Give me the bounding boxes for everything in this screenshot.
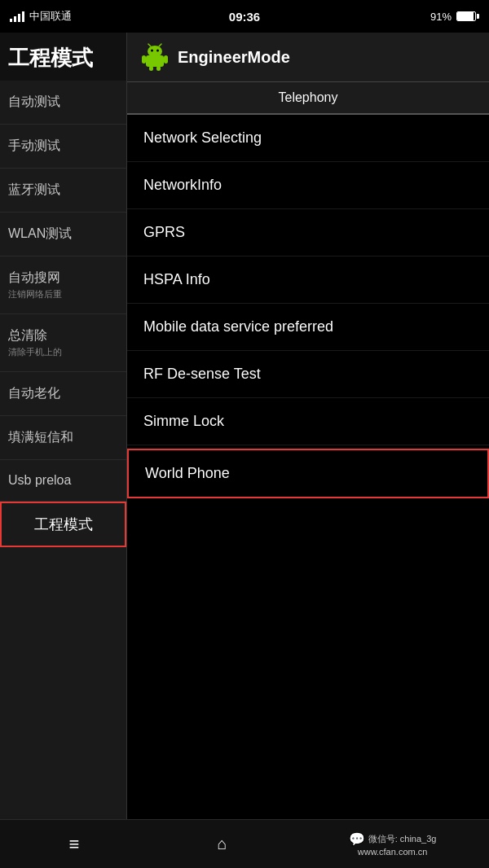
dialog-header: EngineerMode: [127, 33, 489, 82]
svg-rect-0: [146, 55, 164, 67]
sidebar-item-label: 总清除: [8, 328, 47, 342]
engineer-mode-dialog: EngineerMode Telephony Network Selecting…: [126, 33, 489, 819]
status-left: 中国联通: [10, 9, 72, 24]
svg-rect-9: [156, 66, 161, 71]
sidebar-item-sub: 注销网络后重: [8, 288, 118, 300]
time-label: 09:36: [229, 10, 260, 24]
menu-item-hspa-info[interactable]: HSPA Info: [127, 256, 489, 304]
svg-rect-6: [142, 55, 146, 64]
sidebar-item-engineer-mode[interactable]: 工程模式: [0, 502, 126, 547]
sidebar-item-manual-test[interactable]: 手动测试: [0, 125, 126, 169]
svg-rect-7: [164, 55, 168, 64]
sidebar-title: 工程模式: [0, 33, 126, 81]
sidebar-item-clear[interactable]: 总清除 清除手机上的: [0, 314, 126, 372]
wechat-icon-area: 💬 微信号: china_3g: [349, 831, 437, 847]
bottom-nav: ≡ ⌂ 💬 微信号: china_3g www.cfan.com.cn: [0, 819, 489, 868]
menu-item-world-phone[interactable]: World Phone: [127, 449, 489, 498]
status-right: 91%: [430, 11, 479, 23]
menu-item-network-info[interactable]: NetworkInfo: [127, 162, 489, 209]
dialog-tab[interactable]: Telephony: [127, 82, 489, 115]
sidebar-item-aging[interactable]: 自动老化: [0, 372, 126, 416]
menu-item-rf-de-sense[interactable]: RF De-sense Test: [127, 351, 489, 398]
svg-line-4: [148, 44, 151, 46]
svg-point-3: [156, 50, 159, 52]
sidebar-item-auto-search[interactable]: 自动搜网 注销网络后重: [0, 256, 126, 314]
sidebar-item-usb[interactable]: Usb preloa: [0, 460, 126, 502]
svg-point-2: [151, 50, 153, 52]
menu-button[interactable]: ≡: [53, 827, 96, 861]
dialog-title: EngineerMode: [178, 48, 290, 67]
signal-icon: [10, 11, 24, 22]
menu-item-network-selecting[interactable]: Network Selecting: [127, 115, 489, 162]
wechat-label: 微信号: china_3g: [368, 833, 437, 845]
wechat-info: 💬 微信号: china_3g www.cfan.com.cn: [349, 831, 437, 857]
carrier-label: 中国联通: [29, 9, 72, 24]
sidebar-item-sub: 清除手机上的: [8, 346, 118, 358]
battery-percent: 91%: [430, 11, 452, 23]
menu-item-mobile-data[interactable]: Mobile data service preferred: [127, 304, 489, 351]
home-button[interactable]: ⌂: [200, 828, 243, 860]
battery-icon: [456, 11, 479, 21]
wechat-icon: 💬: [349, 831, 365, 847]
menu-item-gprs[interactable]: GPRS: [127, 209, 489, 256]
menu-item-simme-lock[interactable]: Simme Lock: [127, 398, 489, 445]
sidebar-item-sms[interactable]: 填满短信和: [0, 416, 126, 460]
sidebar: 工程模式 自动测试 手动测试 蓝牙测试 WLAN测试 自动搜网 注销网络后重 总…: [0, 33, 126, 819]
status-bar: 中国联通 09:36 91%: [0, 0, 489, 33]
sidebar-item-wlan[interactable]: WLAN测试: [0, 213, 126, 256]
sidebar-item-auto-test[interactable]: 自动测试: [0, 81, 126, 125]
svg-line-5: [159, 44, 161, 46]
sidebar-item-label: 自动搜网: [8, 270, 60, 284]
menu-list: Network Selecting NetworkInfo GPRS HSPA …: [127, 115, 489, 819]
android-icon: [140, 42, 170, 72]
svg-point-1: [148, 46, 162, 57]
main-layout: 工程模式 自动测试 手动测试 蓝牙测试 WLAN测试 自动搜网 注销网络后重 总…: [0, 33, 489, 819]
svg-rect-8: [149, 66, 153, 71]
sidebar-item-bluetooth[interactable]: 蓝牙测试: [0, 169, 126, 213]
website-label: www.cfan.com.cn: [358, 847, 428, 857]
